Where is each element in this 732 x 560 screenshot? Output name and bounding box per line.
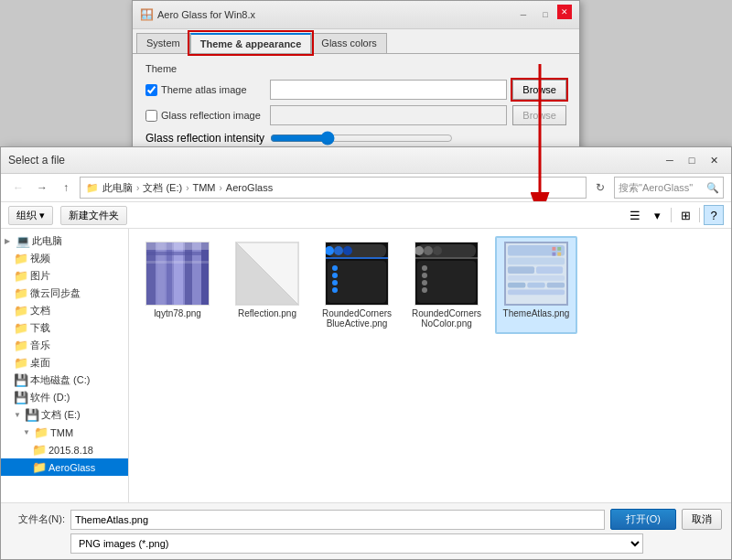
fd-up-btn[interactable]: ↑ xyxy=(56,178,76,198)
svg-rect-49 xyxy=(508,289,565,295)
glass-reflection-label: Glass reflection image xyxy=(161,110,261,121)
glass-intensity-slider[interactable] xyxy=(270,131,453,145)
bg-close-btn[interactable]: ✕ xyxy=(557,5,572,19)
svg-rect-53 xyxy=(557,253,561,256)
svg-rect-47 xyxy=(527,283,544,288)
glass-reflection-checkbox[interactable] xyxy=(145,110,157,122)
fd-help-btn[interactable]: ? xyxy=(704,205,724,225)
tree-drive-c[interactable]: 💾 本地磁盘 (C:) xyxy=(1,372,128,389)
tree-docs[interactable]: 📁 文档 xyxy=(1,302,128,319)
fd-min-btn[interactable]: ─ xyxy=(660,152,680,168)
fd-view-dropdown-btn[interactable]: ▾ xyxy=(647,205,667,225)
file-lqytn78[interactable]: lqytn78.png xyxy=(136,236,219,334)
tree-desktop[interactable]: 📁 桌面 xyxy=(1,354,128,372)
fd-search-box: 搜索"AeroGlass" 🔍 xyxy=(614,177,724,199)
tab-system[interactable]: System xyxy=(136,33,190,53)
tree-drive-d[interactable]: 💾 软件 (D:) xyxy=(1,389,128,406)
fd-view-sep xyxy=(671,208,672,222)
tree-video[interactable]: 📁 视频 xyxy=(1,250,128,267)
fd-actions-bar: 组织 ▾ 新建文件夹 ☰ ▾ ⊞ ? xyxy=(1,202,731,229)
svg-rect-50 xyxy=(552,247,555,251)
fd-files: lqytn78.png Reflection.png xyxy=(129,229,731,502)
fd-refresh-btn[interactable]: ↻ xyxy=(590,178,610,198)
svg-rect-12 xyxy=(146,261,209,264)
fd-close-btn[interactable]: ✕ xyxy=(704,152,724,168)
theme-atlas-checkbox[interactable] xyxy=(145,84,157,96)
theme-atlas-browse-btn[interactable]: Browse xyxy=(512,80,566,100)
svg-point-25 xyxy=(332,265,338,271)
svg-point-27 xyxy=(332,280,338,285)
file-preview-rounded-blue xyxy=(326,242,388,305)
fd-cancel-btn[interactable]: 取消 xyxy=(682,509,722,530)
tab-theme-appearance[interactable]: Theme & appearance xyxy=(190,33,312,53)
tree-pc[interactable]: ▶ 💻 此电脑 xyxy=(1,232,128,250)
fd-open-btn[interactable]: 打开(O) xyxy=(610,509,676,530)
path-icon: 📁 xyxy=(86,182,99,194)
fd-max-btn[interactable]: □ xyxy=(682,152,702,168)
theme-atlas-row: Theme atlas image Browse xyxy=(145,80,566,100)
file-thumb-rounded-no xyxy=(414,242,479,306)
aero-glass-dialog: 🪟 Aero Glass for Win8.x ─ □ ✕ System The… xyxy=(132,0,580,156)
fd-view-controls: ☰ ▾ ⊞ ? xyxy=(625,205,724,225)
bg-dialog-title: Aero Glass for Win8.x xyxy=(157,9,255,20)
file-rounded-blue[interactable]: RoundedCornersBlueActive.png xyxy=(316,236,398,334)
bg-max-btn[interactable]: □ xyxy=(535,5,555,25)
file-preview-reflection xyxy=(236,242,298,305)
bg-titlebar-left: 🪟 Aero Glass for Win8.x xyxy=(140,8,255,21)
file-dialog: Select a file ─ □ ✕ ← → ↑ 📁 此电脑 › 文档 (E:… xyxy=(0,146,732,560)
svg-rect-10 xyxy=(146,242,209,250)
svg-rect-11 xyxy=(146,252,209,255)
tree-music[interactable]: 📁 音乐 xyxy=(1,337,128,354)
tab-glass-colors[interactable]: Glass colors xyxy=(311,33,387,53)
tree-pictures[interactable]: 📁 图片 xyxy=(1,267,128,285)
file-thumb-theme-atlas xyxy=(504,242,568,306)
fd-preview-btn[interactable]: ⊞ xyxy=(675,205,695,225)
svg-rect-41 xyxy=(508,245,565,256)
theme-atlas-input[interactable] xyxy=(270,80,507,100)
glass-reflection-input[interactable] xyxy=(270,105,507,125)
bg-min-btn[interactable]: ─ xyxy=(513,5,533,25)
file-thumb-reflection xyxy=(235,242,299,306)
fd-new-folder-btn[interactable]: 新建文件夹 xyxy=(60,206,127,225)
tree-weiyun[interactable]: 📁 微云同步盘 xyxy=(1,285,128,302)
tree-download[interactable]: 📁 下载 xyxy=(1,319,128,337)
svg-rect-46 xyxy=(508,283,525,288)
file-name-lqytn78: lqytn78.png xyxy=(154,308,201,318)
svg-rect-23 xyxy=(326,257,388,259)
svg-point-21 xyxy=(334,246,343,255)
fd-organize-btn[interactable]: 组织 ▾ xyxy=(8,206,53,225)
theme-section-label: Theme xyxy=(145,63,566,74)
fd-filetype-select[interactable]: PNG images (*.png) xyxy=(70,533,643,554)
fd-view-sep2 xyxy=(699,208,700,222)
theme-atlas-label: Theme atlas image xyxy=(161,84,247,95)
file-rounded-no[interactable]: RoundedCornersNoColor.png xyxy=(405,236,488,334)
svg-rect-44 xyxy=(536,266,563,274)
file-theme-atlas[interactable]: ThemeAtlas.png xyxy=(495,236,577,334)
glass-reflection-browse-btn[interactable]: Browse xyxy=(512,105,566,125)
svg-rect-45 xyxy=(508,275,565,281)
svg-point-36 xyxy=(422,265,427,271)
fd-view-list-btn[interactable]: ☰ xyxy=(625,205,645,225)
fd-tree: ▶ 💻 此电脑 📁 视频 📁 图片 📁 微云同步盘 📁 文档 📁 xyxy=(1,229,129,502)
tree-tmm[interactable]: ▼ 📁 TMM xyxy=(1,424,128,441)
file-reflection[interactable]: Reflection.png xyxy=(226,236,308,334)
file-preview-lqytn78 xyxy=(146,242,209,305)
file-name-theme-atlas: ThemeAtlas.png xyxy=(503,308,570,318)
tree-2015[interactable]: 📁 2015.8.18 xyxy=(1,441,128,458)
fd-back-btn[interactable]: ← xyxy=(8,178,28,198)
tree-drive-e[interactable]: ▼ 💾 文档 (E:) xyxy=(1,406,128,424)
tree-aeroglass[interactable]: 📁 AeroGlass xyxy=(1,458,128,476)
fd-filename-input[interactable] xyxy=(70,510,605,530)
file-name-reflection: Reflection.png xyxy=(238,308,296,318)
svg-point-37 xyxy=(422,273,427,278)
svg-rect-52 xyxy=(552,253,555,256)
fd-path-bar[interactable]: 📁 此电脑 › 文档 (E:) › TMM › AeroGlass xyxy=(80,177,587,199)
fd-forward-btn[interactable]: → xyxy=(32,178,52,198)
svg-point-38 xyxy=(422,280,427,285)
aero-glass-icon: 🪟 xyxy=(140,8,154,21)
bg-dialog-content: Theme Theme atlas image Browse Glass ref… xyxy=(133,54,579,155)
search-icon: 🔍 xyxy=(706,182,719,194)
fd-filetype-row: PNG images (*.png) xyxy=(10,533,722,554)
glass-intensity-label: Glass reflection intensity xyxy=(145,132,264,145)
svg-rect-51 xyxy=(557,247,561,251)
